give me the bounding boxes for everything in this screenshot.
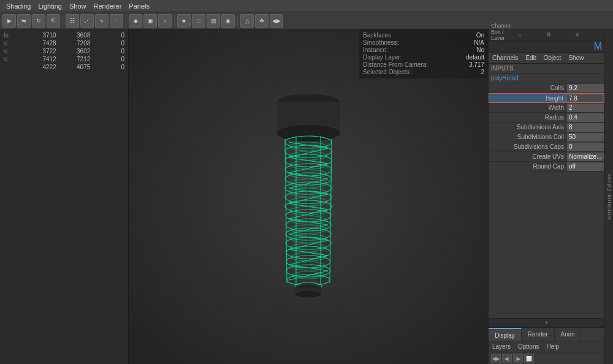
cb-attr-value[interactable]: 50 bbox=[567, 133, 604, 142]
rotate-tool-btn[interactable]: ↻ bbox=[32, 14, 45, 28]
stat-rows: ts: 3710 3608 0 s: 7428 7208 0 s: 3722 3… bbox=[4, 32, 124, 70]
smooth-btn[interactable]: ◉ bbox=[221, 14, 235, 28]
cb-menu-show[interactable]: Show bbox=[565, 53, 587, 63]
layer-tool-btn-2[interactable]: |▶ bbox=[513, 354, 523, 363]
cb-attr-row[interactable]: Coils 9.2 bbox=[489, 83, 604, 93]
cb-attrs-list: Coils 9.2 Height 7.8 Width 2 Radius 0.4 … bbox=[489, 83, 604, 318]
cb-menu-channels[interactable]: Channels bbox=[489, 53, 522, 63]
stat-val3: 0 bbox=[94, 56, 124, 63]
cb-attr-row[interactable]: Radius 0.4 bbox=[489, 113, 604, 123]
layer-tool-btn-0[interactable]: ◀▶ bbox=[491, 354, 501, 363]
info-row: Selected Objects: 2 bbox=[363, 69, 484, 75]
stat-row: s: 3722 3602 0 bbox=[4, 48, 124, 55]
toolbar-sep-4 bbox=[237, 15, 238, 26]
cb-menu-object[interactable]: Object bbox=[540, 53, 565, 63]
cb-grip-icon: ≡ bbox=[518, 32, 545, 38]
cb-attr-value[interactable]: Normalize... bbox=[567, 153, 604, 161]
menu-item-renderer[interactable]: Renderer bbox=[89, 2, 125, 10]
cb-attr-name: Height bbox=[489, 95, 566, 102]
layer-tab-render[interactable]: Render bbox=[522, 328, 555, 341]
cb-attr-name: Radius bbox=[489, 114, 566, 121]
texture-btn[interactable]: ▧ bbox=[207, 14, 220, 28]
attribute-editor-tab[interactable]: Attribute Editor bbox=[604, 29, 613, 364]
channel-box: Channel Box / Layer Editor ≡ ⧉ ✕ M Chann… bbox=[488, 29, 604, 364]
stat-val2: 7212 bbox=[59, 56, 90, 63]
menu-item-lighting[interactable]: Lighting bbox=[34, 2, 66, 10]
snap-curve-btn[interactable]: ∿ bbox=[95, 14, 109, 28]
stat-label: ts: bbox=[4, 32, 22, 39]
cb-attr-value[interactable]: 9.2 bbox=[567, 84, 604, 93]
cb-close-btn[interactable]: ✕ bbox=[575, 32, 602, 38]
cb-attr-value[interactable]: 2 bbox=[567, 104, 604, 112]
info-label: Distance From Camera: bbox=[363, 61, 428, 68]
cb-attr-name: Subdivisions Caps bbox=[489, 143, 566, 150]
cb-attr-row[interactable]: Subdivisions Caps 0 bbox=[489, 142, 604, 152]
menu-item-panels[interactable]: Panels bbox=[125, 2, 153, 10]
sym-btn[interactable]: ◀▶ bbox=[270, 14, 283, 28]
cb-attr-row[interactable]: Round Cap off bbox=[489, 162, 604, 172]
cb-attr-row[interactable]: Subdivisions Axis 8 bbox=[489, 123, 604, 132]
move-tool-btn[interactable]: ⇋ bbox=[17, 14, 31, 28]
snap-grid-btn[interactable]: ⋰ bbox=[80, 14, 94, 28]
menu-item-show[interactable]: Show bbox=[66, 2, 90, 10]
cb-attr-name: Round Cap bbox=[489, 163, 566, 170]
viewport-info-overlay: Backfaces: On Smoothness: N/A Instance: … bbox=[359, 29, 488, 78]
main-area: ts: 3710 3608 0 s: 7428 7208 0 s: 3722 3… bbox=[0, 29, 613, 364]
cb-attr-value[interactable]: 0 bbox=[567, 143, 604, 151]
select-tool-btn[interactable]: ▶ bbox=[2, 14, 16, 28]
stat-val1: 7412 bbox=[26, 56, 56, 63]
cb-scroll-down-icon[interactable]: ▼ bbox=[544, 320, 549, 325]
light-btn[interactable]: ☼ bbox=[158, 14, 172, 28]
viewport-3d[interactable]: Backfaces: On Smoothness: N/A Instance: … bbox=[129, 29, 488, 364]
orient-btn[interactable]: ☘ bbox=[255, 14, 268, 28]
cb-attr-value[interactable]: off bbox=[567, 162, 604, 171]
info-val: 3.717 bbox=[469, 61, 484, 68]
layer-submenu-help[interactable]: Help bbox=[543, 341, 563, 352]
toolbar-sep-1 bbox=[63, 15, 63, 26]
stat-val1: 7428 bbox=[26, 40, 56, 47]
layer-tabs: DisplayRenderAnim bbox=[489, 327, 604, 341]
cb-attr-value[interactable]: 8 bbox=[567, 123, 604, 132]
info-row: Distance From Camera: 3.717 bbox=[363, 61, 484, 68]
layer-tab-anim[interactable]: Anim bbox=[555, 328, 582, 341]
layer-submenu: LayersOptionsHelp bbox=[489, 341, 604, 352]
stat-val2: 3608 bbox=[59, 32, 90, 39]
layer-tool-btn-3[interactable]: ⬜ bbox=[524, 354, 534, 363]
stat-label: s: bbox=[4, 48, 22, 55]
cb-menu-edit[interactable]: Edit bbox=[522, 53, 539, 63]
cb-float-btn[interactable]: ⧉ bbox=[547, 31, 574, 38]
cb-attr-row[interactable]: Create UVs Normalize... bbox=[489, 152, 604, 162]
cb-attr-row[interactable]: Width 2 bbox=[489, 103, 604, 113]
camera-btn[interactable]: ▣ bbox=[143, 14, 157, 28]
stat-row: s: 7428 7208 0 bbox=[4, 40, 124, 47]
cb-attr-name: Subdivisions Coil bbox=[489, 134, 566, 140]
cb-menu-bar: Channels Edit Object Show bbox=[489, 53, 604, 64]
snap-point-btn[interactable]: ⋅ bbox=[110, 14, 123, 28]
shading-btn[interactable]: ■ bbox=[177, 14, 191, 28]
layer-tab-display[interactable]: Display bbox=[489, 328, 522, 341]
cb-attr-row[interactable]: Subdivisions Coil 50 bbox=[489, 132, 604, 142]
info-label: Display Layer: bbox=[363, 54, 402, 61]
layer-submenu-options[interactable]: Options bbox=[514, 341, 543, 352]
layer-toolbar: ◀▶◀||▶⬜ bbox=[489, 352, 604, 364]
menu-item-shading[interactable]: Shading bbox=[2, 2, 34, 10]
info-val: On bbox=[476, 32, 484, 39]
layer-submenu-layers[interactable]: Layers bbox=[489, 341, 514, 352]
wireframe-btn[interactable]: □ bbox=[192, 14, 205, 28]
cb-attr-name: Coils bbox=[489, 85, 566, 91]
pivot-btn[interactable]: △ bbox=[240, 14, 254, 28]
cb-node-name[interactable]: polyHelix1 bbox=[489, 74, 604, 83]
stats-panel: ts: 3710 3608 0 s: 7428 7208 0 s: 3722 3… bbox=[0, 29, 129, 364]
scale-tool-btn[interactable]: ⇱ bbox=[47, 14, 60, 28]
info-label: Instance: bbox=[363, 47, 388, 53]
cb-attr-value[interactable]: 0.4 bbox=[567, 113, 604, 122]
cb-attr-value[interactable]: 7.8 bbox=[566, 94, 603, 102]
info-row: Display Layer: default bbox=[363, 54, 484, 61]
layer-tool-btn-1[interactable]: ◀| bbox=[502, 354, 512, 363]
cb-title-bar: Channel Box / Layer Editor ≡ ⧉ ✕ bbox=[489, 29, 604, 40]
cb-attr-row[interactable]: Height 7.8 bbox=[489, 93, 604, 103]
cb-attr-name: Width bbox=[489, 104, 566, 111]
render-btn[interactable]: ◆ bbox=[129, 14, 142, 28]
info-row: Smoothness: N/A bbox=[363, 39, 484, 46]
grid-btn[interactable]: ☷ bbox=[66, 14, 79, 28]
